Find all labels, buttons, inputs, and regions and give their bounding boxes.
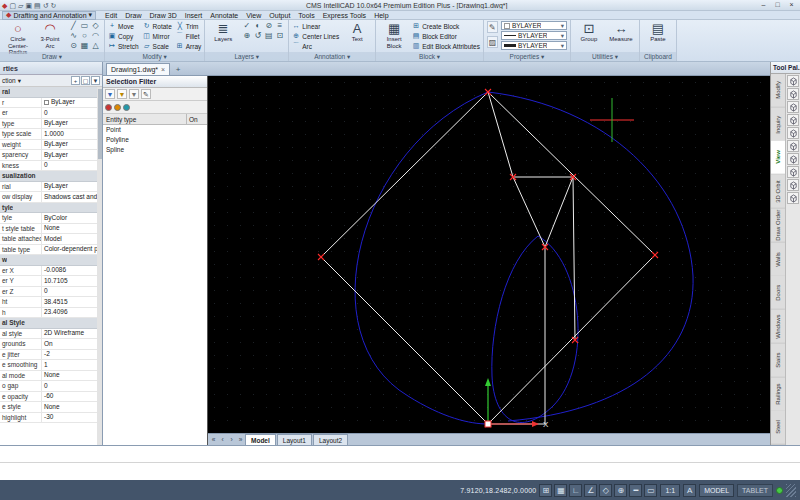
property-row[interactable]: w (0, 255, 97, 266)
drawing-viewport[interactable]: X (208, 76, 770, 433)
ortho-toggle[interactable]: ∟ (569, 484, 582, 497)
rectangle-tool-icon[interactable]: ▭ (79, 21, 90, 31)
layer-freeze-icon[interactable]: ◐ (252, 21, 263, 31)
close-icon[interactable]: × (161, 66, 165, 73)
filter-state-teal-icon[interactable] (123, 104, 130, 111)
view-nw-iso-icon[interactable] (787, 192, 799, 204)
property-row[interactable]: table type Color-dependent print st... (0, 245, 97, 256)
palette-tab-stairs[interactable]: Stairs (771, 344, 785, 378)
menu-output[interactable]: Output (265, 12, 294, 19)
property-value[interactable]: ByColor (42, 213, 97, 223)
grid-toggle[interactable]: ▦ (554, 484, 567, 497)
palette-tab-3d-orbit[interactable]: 3D Orbit (771, 175, 785, 209)
layers-button[interactable]: ≣ Layers (208, 21, 238, 43)
snap-toggle[interactable]: ⊞ (539, 484, 552, 497)
layer-isolate-icon[interactable]: ⊡ (274, 31, 285, 41)
property-row[interactable]: ht 38.4515 (0, 297, 97, 308)
triangle-tool-icon[interactable]: △ (90, 41, 101, 51)
property-row[interactable]: er 0 (0, 108, 97, 119)
rotate-button[interactable]: ↻ Rotate (143, 21, 172, 31)
property-row[interactable]: type ByLayer (0, 119, 97, 130)
tablet-toggle[interactable]: TABLET (737, 484, 773, 497)
layer-match-icon[interactable]: ▤ (263, 31, 274, 41)
polygon-tool-icon[interactable]: ◇ (90, 21, 101, 31)
filter-funnel-clear-icon[interactable]: ▼ (129, 89, 139, 99)
paste-button[interactable]: ▤ Paste (643, 21, 673, 43)
property-value[interactable]: -0.0086 (42, 266, 97, 276)
group-label-block[interactable]: Block ▾ (376, 52, 483, 61)
model-space-toggle[interactable]: MODEL (699, 484, 734, 497)
entity-type-row[interactable]: Point (103, 125, 207, 135)
property-value[interactable]: -60 (42, 392, 97, 402)
trim-button[interactable]: ╳ Trim (176, 21, 202, 31)
entity-on-cell[interactable] (187, 135, 207, 145)
property-row[interactable]: highlight -30 (0, 413, 97, 424)
quickprops-toggle[interactable]: ▭ (644, 484, 657, 497)
menu-annotate[interactable]: Annotate (206, 12, 242, 19)
group-label-layers[interactable]: Layers ▾ (205, 52, 288, 61)
property-row[interactable]: e style None (0, 402, 97, 413)
menu-edit[interactable]: Edit (101, 12, 121, 19)
view-back-icon[interactable] (787, 140, 799, 152)
property-value[interactable]: -2 (42, 350, 97, 360)
property-row[interactable]: o gap 0 (0, 381, 97, 392)
property-value[interactable]: 10.7105 (42, 276, 97, 286)
property-value[interactable]: ByLayer (42, 119, 97, 129)
minimize-button[interactable]: – (757, 1, 770, 10)
property-value[interactable]: Shadows cast and rece... (42, 192, 97, 202)
donut-tool-icon[interactable]: ⊙ (68, 41, 79, 51)
menu-draw[interactable]: Draw (121, 12, 145, 19)
scale-button[interactable]: ▱ Scale (143, 41, 172, 51)
palette-tab-steel[interactable]: Steel (771, 411, 785, 445)
group-label-clipboard[interactable]: Clipboard (640, 52, 676, 61)
scale-indicator[interactable]: 1:1 (660, 484, 680, 497)
prev-layout-button[interactable]: ‹ (218, 436, 227, 443)
property-row[interactable]: kness 0 (0, 161, 97, 172)
menu-express-tools[interactable]: Express Tools (319, 12, 370, 19)
workspace-selector[interactable]: ◆ Drafting and Annotation ▾ (2, 11, 96, 20)
property-row[interactable]: al mode None (0, 371, 97, 382)
palette-tab-inquiry[interactable]: Inquiry (771, 108, 785, 142)
group-label-properties[interactable]: Properties ▾ (484, 52, 570, 61)
tab-layout2[interactable]: Layout2 (313, 434, 348, 445)
scrollbar-thumb[interactable] (98, 89, 102, 159)
new-file-icon[interactable]: ▢ (9, 1, 16, 10)
menu-insert[interactable]: Insert (181, 12, 207, 19)
palette-tab-draw-order[interactable]: Draw Order (771, 209, 785, 243)
fillet-button[interactable]: ⌒ Fillet (176, 31, 202, 41)
lineweight-toggle[interactable]: ━ (629, 484, 642, 497)
linetype-combo[interactable]: BYLAYER ▾ (501, 31, 567, 40)
palette-tab-modify[interactable]: Modify (771, 74, 785, 108)
layer-add-icon[interactable]: ⊕ (241, 31, 252, 41)
property-value[interactable]: 38.4515 (42, 297, 97, 307)
menu-help[interactable]: Help (370, 12, 392, 19)
group-button[interactable]: ⊡ Group (574, 21, 604, 43)
property-row[interactable]: al style 2D Wireframe (0, 329, 97, 340)
entity-type-row[interactable]: Spline (103, 145, 207, 155)
spline-tool-icon[interactable]: ∿ (68, 31, 79, 41)
new-tab-button[interactable]: + (172, 64, 184, 75)
print-icon[interactable]: ▤ (34, 1, 41, 10)
property-row[interactable]: type scale 1.0000 (0, 129, 97, 140)
view-ne-iso-icon[interactable] (787, 179, 799, 191)
arc-dimension-button[interactable]: ⌒ Arc (292, 41, 339, 51)
view-left-icon[interactable] (787, 101, 799, 113)
layer-list-icon[interactable]: ≡ (274, 21, 285, 31)
quick-select-icon[interactable]: ▼ (91, 76, 100, 85)
linear-dimension-button[interactable]: ↔ Linear (292, 21, 339, 31)
property-value[interactable]: 0 (42, 381, 97, 391)
palette-tab-railings[interactable]: Railings (771, 378, 785, 412)
property-value[interactable]: Color-dependent print st... (42, 245, 97, 255)
property-row[interactable]: e jitter -2 (0, 350, 97, 361)
copy-button[interactable]: ▣ Copy (108, 31, 139, 41)
property-row[interactable]: ow display Shadows cast and rece... (0, 192, 97, 203)
tab-layout1[interactable]: Layout1 (277, 434, 312, 445)
property-row[interactable]: sparency ByLayer (0, 150, 97, 161)
palette-tab-windows[interactable]: Windows (771, 310, 785, 344)
tab-drawing1[interactable]: Drawing1.dwg* × (106, 63, 170, 75)
tab-model[interactable]: Model (245, 434, 276, 445)
block-editor-button[interactable]: ▤ Block Editor (412, 31, 480, 41)
property-row[interactable]: rial ByLayer (0, 182, 97, 193)
selection-combo[interactable]: ction ▾ +▢▼ (0, 75, 102, 87)
property-row[interactable]: tyle ByColor (0, 213, 97, 224)
